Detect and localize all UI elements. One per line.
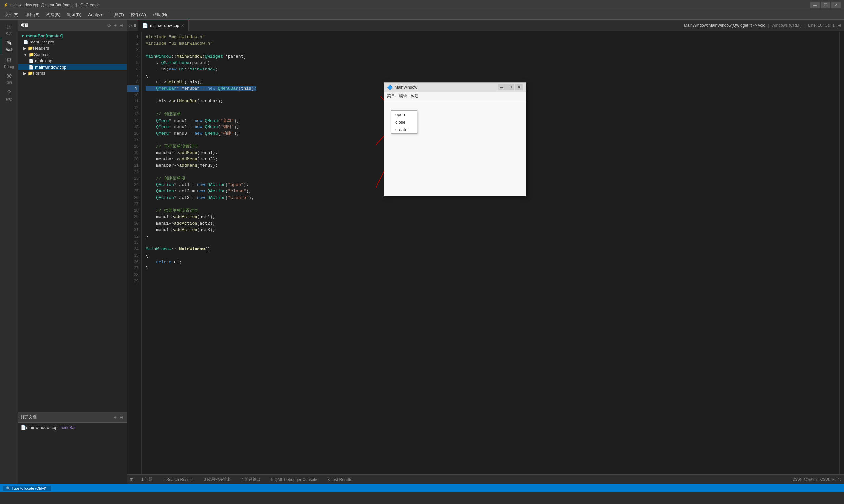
activity-debug[interactable]: ⚙ Debug [1, 54, 17, 71]
activity-help-label: 帮助 [5, 97, 12, 102]
pro-file-label: menuBar.pro [30, 39, 54, 44]
bottom-toggle-btn[interactable]: ⊞ [130, 477, 134, 482]
preview-body: open close create [384, 101, 526, 196]
close-button[interactable]: ✕ [831, 2, 841, 8]
tree-item-mainwindow-cpp[interactable]: 📄 mainwindow.cpp [18, 64, 126, 70]
debug-icon: ⚙ [6, 56, 12, 64]
minimize-button[interactable]: — [810, 2, 820, 8]
sources-folder-icon: 📁 [29, 52, 34, 57]
app-icon: ⚡ [3, 3, 8, 7]
menu-analyze[interactable]: Analyze [85, 11, 106, 18]
menu-controls[interactable]: 控件(W) [127, 11, 149, 19]
sidebar: 项目 ⟳ + ⊟ ▼ menuBar [master] 📄 menuBar.pr… [18, 20, 127, 484]
cpp-file-icon: 📄 [29, 59, 34, 63]
preview-dropdown: open close create [391, 110, 417, 134]
dropdown-create[interactable]: create [391, 126, 417, 133]
search-icon: 🔍 [6, 486, 11, 490]
forms-folder-icon: 📁 [28, 71, 33, 76]
status-text: CSDN @海拓宝_CSDN小小号 [792, 477, 841, 481]
bottom-tab-problems[interactable]: 1 问题 [139, 475, 155, 484]
dropdown-open[interactable]: open [391, 111, 417, 118]
open-docs-add-btn[interactable]: + [114, 414, 117, 421]
menu-build[interactable]: 构建(B) [43, 11, 64, 19]
maximize-button[interactable]: ❐ [821, 2, 830, 8]
preview-menu-2[interactable]: 编辑 [399, 93, 407, 99]
menu-edit[interactable]: 编辑(E) [22, 11, 43, 19]
tree-item-forms[interactable]: ▶ 📁 Forms [18, 70, 126, 76]
activity-project[interactable]: ⚒ 项目 [1, 71, 17, 87]
mainwindow-cpp-label: mainwindow.cpp [35, 65, 66, 70]
sidebar-add-btn[interactable]: + [114, 22, 117, 29]
line-numbers: 12345 678 9 1011121314 1516171819 202122… [127, 31, 142, 474]
encoding-label: Windows (CRLF) [772, 23, 802, 28]
bottom-tab-qml[interactable]: 5 QML Debugger Console [269, 476, 320, 483]
window-title: mainwindow.cpp @ menuBar [master] - Qt C… [10, 3, 99, 7]
tab-close-btn[interactable]: ✕ [181, 23, 184, 28]
sources-label: Sources [34, 52, 50, 57]
menu-bar: 文件(F) 编辑(E) 构建(B) 调试(D) Analyze 工具(T) 控件… [0, 10, 844, 20]
tree-item-pro[interactable]: 📄 menuBar.pro [18, 39, 126, 45]
tab-mainwindow-cpp[interactable]: 📄 mainwindow.cpp ✕ [138, 20, 189, 31]
sources-expand-icon: ▼ [23, 52, 28, 57]
position-label: Line: 10, Col: 1 [808, 23, 835, 28]
tree-item-main-cpp[interactable]: 📄 main.cpp [18, 58, 126, 64]
activity-welcome-label: 欢迎 [5, 31, 12, 36]
bottom-panel: ⊞ 1 问题 2 Search Results 3 应用程序输出 4 编译输出 … [127, 474, 844, 484]
preview-menu-3[interactable]: 构建 [411, 93, 419, 99]
open-doc-icon: 📄 [21, 425, 26, 430]
menu-debug[interactable]: 调试(D) [64, 11, 85, 19]
preview-menubar: 菜单 编辑 构建 [384, 92, 526, 101]
root-label: menuBar [master] [26, 33, 63, 38]
menu-file[interactable]: 文件(F) [1, 11, 22, 19]
scrollbar-right[interactable] [839, 31, 844, 474]
activity-debug-label: Debug [4, 65, 14, 69]
menu-tools[interactable]: 工具(T) [107, 11, 127, 19]
file-icon: 📄 [23, 40, 28, 44]
activity-help[interactable]: ? 帮助 [1, 87, 17, 104]
open-doc-mainwindow[interactable]: 📄 mainwindow.cpp menuBar [18, 424, 126, 431]
main-cpp-label: main.cpp [35, 58, 52, 63]
status-bar: 🔍 Type to locate (Ctrl+K) [0, 484, 844, 492]
tree-item-headers[interactable]: ▶ 📁 Headers [18, 45, 126, 51]
preview-maximize-btn[interactable]: ❐ [506, 84, 514, 90]
bottom-tab-search[interactable]: 2 Search Results [160, 476, 196, 483]
sidebar-actions: ⟳ + ⊟ [107, 22, 124, 29]
window-controls[interactable]: — ❐ ✕ [810, 2, 841, 8]
bottom-tab-app-output[interactable]: 3 应用程序输出 [201, 475, 234, 484]
sidebar-header: 项目 ⟳ + ⊟ [18, 20, 126, 31]
tree-item-root[interactable]: ▼ menuBar [master] [18, 33, 126, 39]
preview-menu-1[interactable]: 菜单 [387, 93, 395, 99]
sidebar-collapse-btn[interactable]: ⊟ [119, 22, 124, 29]
sep2: | [805, 23, 806, 28]
bottom-tab-tests[interactable]: 8 Test Results [325, 476, 355, 483]
tab-back-btn[interactable]: ‹ [128, 23, 130, 28]
headers-folder-icon: 📁 [28, 46, 33, 51]
activity-edit-label: 编辑 [6, 48, 13, 52]
forms-expand-icon: ▶ [23, 71, 27, 76]
breadcrumb-function: MainWindow::MainWindow(QWidget *) -> voi… [684, 23, 765, 28]
main-layout: ⊞ 欢迎 ✎ 编辑 ⚙ Debug ⚒ 项目 ? 帮助 项目 ⟳ + ⊟ [0, 20, 844, 484]
tree-item-sources[interactable]: ▼ 📁 Sources [18, 51, 126, 58]
activity-edit[interactable]: ✎ 编辑 [1, 38, 17, 54]
open-doc-filename: mainwindow.cpp [26, 425, 57, 430]
tab-pause-btn[interactable]: ⏸ [133, 23, 137, 28]
preview-titlebar: 🔷 MainWindow — ❐ ✕ [384, 83, 526, 92]
tab-bar: ‹ › ⏸ 📄 mainwindow.cpp ✕ MainWindow::Mai… [127, 20, 844, 31]
split-editor-btn[interactable]: ⊞ [838, 23, 841, 28]
activity-welcome[interactable]: ⊞ 欢迎 [1, 21, 17, 38]
edit-icon: ✎ [6, 39, 12, 47]
open-doc-project: menuBar [59, 425, 75, 430]
tab-forward-btn[interactable]: › [131, 23, 132, 28]
bottom-tab-compile[interactable]: 4 编译输出 [239, 475, 263, 484]
open-docs-panel: 打开文档 + ⊟ 📄 mainwindow.cpp menuBar [18, 412, 126, 484]
open-docs-collapse-btn[interactable]: ⊟ [119, 414, 124, 421]
preview-minimize-btn[interactable]: — [498, 84, 506, 90]
title-bar: ⚡ mainwindow.cpp @ menuBar [master] - Qt… [0, 0, 844, 10]
sidebar-sync-btn[interactable]: ⟳ [107, 22, 112, 29]
menu-help[interactable]: 帮助(H) [149, 11, 170, 19]
preview-close-btn[interactable]: ✕ [515, 84, 523, 90]
sidebar-title: 项目 [21, 23, 29, 28]
help-icon: ? [7, 89, 11, 96]
forms-label: Forms [33, 71, 45, 76]
dropdown-close[interactable]: close [391, 118, 417, 126]
